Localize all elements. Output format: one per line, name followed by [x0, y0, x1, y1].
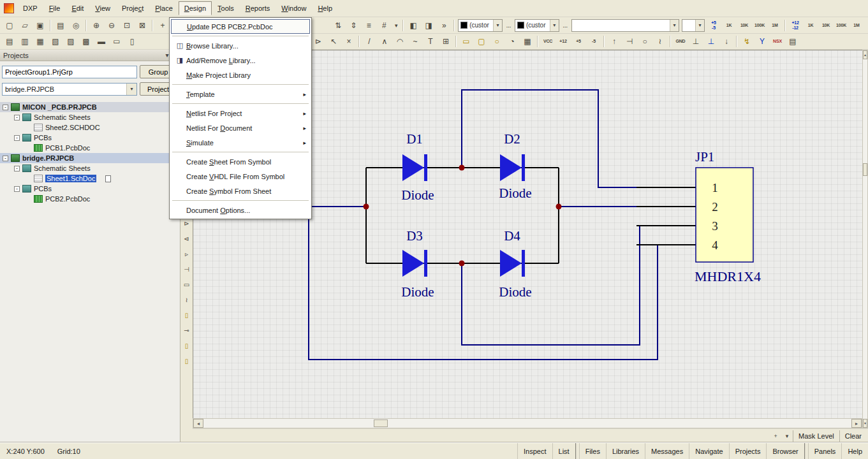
- drag-select-button[interactable]: ↖: [327, 35, 341, 48]
- wire-ac2-to-pin3[interactable]: [462, 226, 640, 345]
- scroll-up-icon[interactable]: ▴: [863, 50, 867, 59]
- menu-netlist-document[interactable]: Netlist For Document ▸: [171, 120, 310, 135]
- resistor-100k-button[interactable]: 100K: [753, 19, 767, 32]
- toolbar-button[interactable]: [454, 35, 458, 48]
- horizontal-scrollbar[interactable]: ◂ ▸: [193, 418, 862, 428]
- menu-item[interactable]: [172, 200, 309, 201]
- menu-tools[interactable]: Tools: [212, 1, 240, 15]
- scroll-left-icon[interactable]: ◂: [193, 419, 203, 428]
- chevron-down-icon[interactable]: ▾: [493, 20, 502, 31]
- paste-button[interactable]: ▨: [64, 35, 78, 48]
- resistor-tool[interactable]: ▭: [181, 279, 192, 290]
- menu-window[interactable]: Window: [276, 1, 312, 15]
- expand-toggle-icon[interactable]: -: [14, 135, 20, 141]
- scale-combo[interactable]: ▾: [682, 19, 705, 32]
- more-tools-chevron[interactable]: »: [437, 19, 451, 32]
- wye-button[interactable]: Y: [755, 35, 769, 48]
- arrow-tool[interactable]: ▹: [181, 248, 192, 259]
- doc-part-tool[interactable]: ▯: [181, 309, 192, 321]
- tree-item-sheet2[interactable]: Sheet2.SCHDOC: [0, 122, 180, 133]
- sheet-symbol-button[interactable]: ▤: [3, 35, 17, 48]
- designator-d3[interactable]: D3: [406, 228, 423, 244]
- color-combo-2[interactable]: (custor ▾: [515, 19, 559, 32]
- panel-tab-list[interactable]: List: [552, 443, 577, 459]
- tree-item-schematic-sheets-2[interactable]: - Schematic Sheets: [0, 163, 180, 173]
- place-array-button[interactable]: ▦: [520, 35, 534, 48]
- mask-level-button[interactable]: Mask Level: [793, 430, 839, 442]
- probe-button[interactable]: ↯: [740, 35, 754, 48]
- print-preview-button[interactable]: ◎: [69, 19, 83, 32]
- project-group-input[interactable]: [2, 66, 137, 78]
- scroll-right-icon[interactable]: ▸: [851, 419, 862, 428]
- copy-button[interactable]: ▧: [48, 35, 63, 48]
- place-ellipse-button[interactable]: ○: [490, 35, 504, 48]
- menu-simulate[interactable]: Simulate ▸: [171, 135, 310, 150]
- toolbar-button[interactable]: [452, 19, 456, 32]
- expand-toggle-icon[interactable]: -: [14, 166, 20, 171]
- chevron-down-icon[interactable]: ▾: [670, 20, 679, 31]
- zoom-in-button[interactable]: ⊕: [89, 19, 103, 32]
- tree-item-schematic-sheets-1[interactable]: - Schematic Sheets: [0, 112, 180, 122]
- ground-button[interactable]: ⊥: [689, 35, 703, 48]
- color-more-button-2[interactable]: ...: [561, 19, 570, 32]
- zoom-selection-button[interactable]: ⊠: [135, 19, 149, 32]
- menu-project[interactable]: Project: [116, 1, 149, 15]
- mask-dropdown-icon[interactable]: ▾: [782, 431, 792, 441]
- toolbar-button[interactable]: [151, 19, 154, 32]
- designator-d2[interactable]: D2: [504, 131, 520, 147]
- menu-browse-library[interactable]: ◫ Browse Library...: [171, 38, 310, 53]
- menu-add-remove-library[interactable]: ◨ Add/Remove Library...: [171, 53, 310, 68]
- menu-item[interactable]: [172, 103, 309, 104]
- place-rectangle-button[interactable]: ▭: [459, 35, 473, 48]
- menu-edit[interactable]: Edit: [66, 1, 89, 15]
- resistor-10k-button[interactable]: 10K: [737, 19, 751, 32]
- delete-button[interactable]: ×: [342, 35, 356, 48]
- toolbar-button[interactable]: [48, 19, 52, 32]
- expand-toggle-icon[interactable]: -: [14, 115, 20, 120]
- chevron-down-icon[interactable]: ▾: [695, 20, 704, 31]
- grid-dropdown[interactable]: ▾: [392, 19, 400, 32]
- menu-netlist-project[interactable]: Netlist For Project ▸: [171, 106, 310, 120]
- group-objects-button[interactable]: ▯: [125, 35, 139, 48]
- grid-settings-button[interactable]: #: [377, 19, 391, 32]
- expand-toggle-icon[interactable]: -: [14, 186, 20, 192]
- comment-d3[interactable]: Diode: [401, 284, 434, 300]
- place-polyline-button[interactable]: ∧: [378, 35, 392, 48]
- chevron-down-icon[interactable]: ▾: [126, 84, 136, 95]
- panel-tab-help[interactable]: Help: [841, 443, 868, 459]
- tree-item-micon-project[interactable]: - MICON _PCB.PRJPCB: [0, 102, 180, 112]
- panel-tab-inspect[interactable]: Inspect: [517, 443, 552, 459]
- panel-tab-messages[interactable]: Messages: [645, 443, 689, 459]
- menu-view[interactable]: View: [89, 1, 116, 15]
- resistor-1k-button[interactable]: 1K: [722, 19, 736, 32]
- panel-tab-files[interactable]: Files: [579, 443, 606, 459]
- diode-alt-part-tool[interactable]: ⊲: [181, 233, 192, 244]
- print-button[interactable]: ▤: [54, 19, 68, 32]
- vsource-5v-button[interactable]: +5 -5: [707, 19, 721, 32]
- power-arrow-button[interactable]: ↑: [607, 35, 621, 48]
- expand-toggle-icon[interactable]: -: [3, 156, 8, 161]
- vsource-12v-button[interactable]: +12 -12: [788, 19, 802, 32]
- zoom-out-button[interactable]: ⊖: [105, 19, 119, 32]
- browse-library-button[interactable]: ◧: [406, 19, 420, 32]
- new-document-button[interactable]: ▢: [3, 19, 17, 32]
- tree-item-pcb2[interactable]: PCB2.PcbDoc: [0, 194, 180, 204]
- power-minus5-button[interactable]: -5: [587, 35, 601, 48]
- menu-item[interactable]: [172, 152, 309, 152]
- connector-jp1[interactable]: 1 2 3 4 JP1 MHDR1X4: [636, 149, 761, 284]
- cylinder-part-tool[interactable]: ▯: [181, 355, 192, 367]
- tree-item-bridge-project[interactable]: - bridge.PRJPCB: [0, 153, 180, 163]
- place-wire-button[interactable]: ⊳: [311, 35, 325, 48]
- menu-place[interactable]: Place: [149, 1, 179, 15]
- panel-tab-browser[interactable]: Browser: [766, 443, 805, 459]
- menu-item[interactable]: [172, 84, 309, 85]
- sheet-entry-button[interactable]: ▥: [18, 35, 32, 48]
- comment-d1[interactable]: Diode: [401, 187, 434, 203]
- toolbar-button[interactable]: [357, 35, 361, 48]
- place-sine-button[interactable]: ~: [408, 35, 422, 48]
- place-pie-button[interactable]: ◔: [505, 35, 519, 48]
- comment-jp1[interactable]: MHDR1X4: [695, 268, 761, 284]
- clear-button[interactable]: Clear: [839, 430, 867, 442]
- resistor-1m-button[interactable]: 1M: [768, 19, 782, 32]
- menu-item[interactable]: [172, 36, 309, 36]
